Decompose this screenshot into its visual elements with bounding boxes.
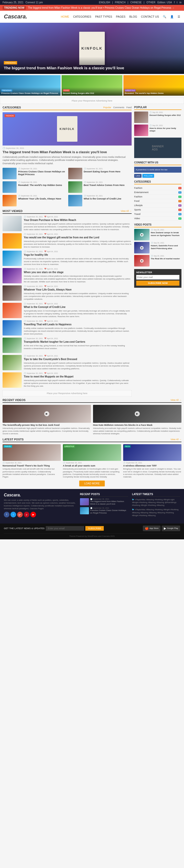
mv-img-6 [3,303,22,318]
mv-item-4[interactable]: 🕐 September 30, 2021 📅 April 04, 2021 Wh… [3,268,132,283]
article-card-5[interactable]: 🕐 September 30, 2021 Whatever Your Life … [3,195,66,207]
cat-fashion2[interactable]: Fashion 3 [134,195,181,199]
facebook-icon[interactable]: f [174,1,175,4]
footer-twitter-icon[interactable]: t [10,512,16,517]
nav-categories[interactable]: CATEGORIES [73,15,91,18]
tab-comments[interactable]: Comments [113,106,124,109]
like-button[interactable]: LIKE [134,174,142,178]
nav-contact[interactable]: CONTACT US [141,15,159,18]
newsletter-subscribe-btn[interactable]: SUBSCRIBE NOW [136,281,179,286]
mv-item-2[interactable]: 🕐 September 30, 2021 📅 April 04, 2021 Yo… [3,233,132,249]
google-play-button[interactable]: ▶ Google Play [162,526,180,531]
lang-english[interactable]: ENGLISH [99,1,110,4]
latest-posts-viewall[interactable]: View All → [171,438,181,441]
featured-book: KINFOLK [57,116,78,142]
footer-about-col: Cascara. We can cover a wide variety of … [4,493,76,518]
footer-post-2[interactable]: 🕐 September 30, 2021 Princess Cruises Cl… [80,507,128,515]
most-viewed-viewall[interactable]: View All → [121,210,132,212]
cat-entertainment[interactable]: Entertainment 5 [134,190,181,195]
article-card-4[interactable]: 🕐 September 30, 2021 Best Travel Advice … [68,181,132,193]
video-card-title-2: How Kate Midleton removes his blocks in … [93,424,181,427]
article-card-2[interactable]: 🕐 September 30, 2021 Dessert Eating Surg… [68,168,132,179]
cat-sports[interactable]: Sports 4 [134,208,181,212]
footer-googleplus-icon[interactable]: g+ [17,512,23,517]
sidebar-newsletter: NEWSLETTER SUBSCRIBE NOW [134,269,181,288]
lang-french[interactable]: FRENCH [115,1,126,4]
popular-item-2[interactable]: 🕐 Sep 30, 2021 How to dress for your bod… [134,125,181,136]
newsletter-bar-input[interactable] [46,526,84,531]
small-card-title-2: Dessert Eating Surges after D12 [63,92,121,95]
small-card-1[interactable]: TRENDING Princess Cruises Class Ocean Ho… [0,75,61,96]
video-play-icon-1[interactable]: ▶ [44,411,49,416]
menu-icon[interactable]: ☰ [178,15,180,19]
mv-item-6[interactable]: 🕐 September 30, 2021 📅 April 04, 2021 Wh… [3,303,132,318]
play-icon-2[interactable]: ▶ [140,246,144,250]
article-card-3[interactable]: 🕐 September 30, 2021 Revealed: The world… [3,181,66,193]
video-item-3[interactable]: ▶ 🕐 Sep 30, 2021 The Real life of martia… [134,255,181,267]
newsletter-bar-button[interactable]: SUBSCRIBE [85,526,104,531]
mv-img-10 [3,372,22,388]
nav-home[interactable]: HOME [61,15,69,18]
mv-item-10[interactable]: 🕐 September 30, 2021 📅 April 04, 2021 Ti… [3,372,132,388]
article-img-3 [3,181,17,193]
video-card-1[interactable]: ▶ The Scientifically-proven Way to Eat l… [3,405,91,435]
video-item-2[interactable]: ▶ 🕐 Sep 30, 2021 Hubert, Sadchills Force… [134,242,181,253]
bottom-bar: GET THE LATEST NEWS & UPDATES SUBSCRIBE … [0,524,184,539]
small-card-2[interactable]: FOOD Dessert Eating Surges after D12 [62,75,122,96]
footer-post-1[interactable]: 🕐 September 30, 2021 The biggest trend f… [80,498,128,506]
video-play-icon-2[interactable]: ▶ [135,411,140,416]
footer-youtube-icon[interactable]: ▶ [30,512,36,517]
nav-blog[interactable]: BLOG [129,15,137,18]
cat-video[interactable]: Video 2 [134,216,181,221]
mv-item-8[interactable]: 🕐 September 30, 2021 📅 April 04, 2021 Tr… [3,338,132,353]
search-icon[interactable]: 🔍 [163,15,166,19]
mv-item-7[interactable]: 🕐 September 30, 2021 📅 April 04, 2021 Tr… [3,320,132,336]
site-logo[interactable]: Cascara. [4,13,27,20]
mv-item-3[interactable]: 🕐 September 30, 2021 📅 April 04, 2021 Yo… [3,251,132,266]
newsletter-title: NEWSLETTER [136,271,179,274]
video-thumb-1: ▶ [134,229,150,240]
post-card-2[interactable]: LIFESTYLE 🕐 September 30, 2021 A break a… [63,444,121,478]
cat-food[interactable]: Food 7 [134,199,181,203]
twitter-icon[interactable]: t [177,1,177,4]
footer-logo[interactable]: Cascara. [4,493,76,497]
user-icon[interactable]: 👤 [170,15,174,19]
nav-pages[interactable]: PAGES [116,15,125,18]
lang-chinese[interactable]: CHINESE [130,1,142,4]
load-more-button[interactable]: LOAD MORE [79,480,105,487]
video-item-1[interactable]: ▶ 🕐 Sep 30, 2021 New Zealand camps to br… [134,229,181,240]
nav-past-types[interactable]: PAST TYPES [95,15,112,18]
tab-popular[interactable]: Popular [103,106,111,109]
mv-item-9[interactable]: 🕐 September 30, 2021 📅 April 04, 2021 Ti… [3,355,132,370]
tab-feed[interactable]: Feed [126,106,132,109]
article-card-1[interactable]: 🕐 September 30, 2021 Princess Cruises Cl… [3,168,66,179]
post-card-1[interactable]: TRAVEL 🕐 September 30, 2021 Nonsensical … [3,444,61,478]
mv-item-1[interactable]: 🕐 September 30, 2021 📅 April 04, 2021 Yo… [3,216,132,231]
post-card-3[interactable]: TECH 🕐 September 30, 2021 A wireless dil… [123,444,181,478]
mv-content-10: 🕐 September 30, 2021 📅 April 04, 2021 Ti… [24,372,132,388]
footer-facebook-icon[interactable]: f [4,512,9,517]
newsletter-input[interactable] [136,275,179,280]
featured-title[interactable]: The biggest trend from Milan Fashion Wee… [3,150,132,154]
article-card-6[interactable]: 🕐 September 30, 2021 What is the Concept… [68,195,132,207]
video-card-title-1: The Scientifically-proven Way to Eat les… [3,424,91,427]
play-icon-1[interactable]: ▶ [140,233,144,237]
cat-lifestyle[interactable]: Lifestyle 6 [134,203,181,208]
video-content-2: 🕐 Sep 30, 2021 Hubert, Sadchills Force a… [151,242,181,253]
mv-content-6: 🕐 September 30, 2021 📅 April 04, 2021 Wh… [24,303,132,318]
play-icon-3[interactable]: ▶ [140,259,144,262]
small-card-3[interactable]: LIFESTYLE Revealed: The world's top Hidd… [123,75,184,96]
lang-other[interactable]: OTHER [147,1,155,4]
cat-fashion[interactable]: Fashion 8 [134,186,181,190]
footer-pinterest-icon[interactable]: p [24,512,29,517]
instagram-icon[interactable]: in [179,1,181,4]
post-badge-1: TRAVEL [4,445,12,447]
recent-videos-viewall[interactable]: View All → [171,399,181,401]
video-card-2[interactable]: ▶ How Kate Midleton removes his blocks i… [93,405,181,435]
app-store-button[interactable]: 🍎 App Store [143,526,161,531]
follow-button[interactable]: FOLLOW [142,174,154,178]
cat-travel[interactable]: Travel 9 [134,212,181,216]
mv-item-5[interactable]: 🕐 September 30, 2021 📅 April 04, 2021 Wh… [3,285,132,301]
mv-content-3: 🕐 September 30, 2021 📅 April 04, 2021 Yo… [24,251,132,266]
popular-item-1[interactable]: 🕐 Sep 30, 2021 Dessert Eating Surges aft… [134,112,181,123]
